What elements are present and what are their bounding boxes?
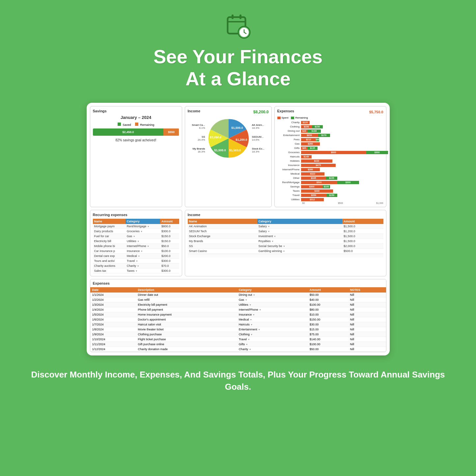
bar-row: Gifts$65$135: [277, 146, 383, 150]
table-row: 1/6/2024 Doctor's appointment Medical ▼ …: [90, 317, 386, 322]
svg-rect-3: [239, 14, 241, 19]
expenses-table: Date Description Category Amount NOTES 1…: [90, 287, 386, 352]
savings-filled: $2,450.0: [93, 128, 164, 136]
table-row: Electricity bill Utilities ▼ $150.0: [93, 239, 179, 244]
bar-chart-rows: Charity$120Clothing$150$150Dining out$20…: [277, 121, 383, 201]
table-row: 1/1/2024 Dinner date out Dining out ▼ $5…: [90, 293, 386, 297]
bar-axis: $0 $500 $1,000: [277, 202, 383, 204]
pie-chart-svg: $1,500.0 $1,200.0 $1,500.0 $1,500.0 $2,0…: [207, 117, 250, 160]
saved-dot: [118, 123, 121, 126]
bar-row: Haircuts$145: [277, 155, 383, 158]
table-row: 1/8/2024 Movie theater ticket Entertainm…: [90, 327, 386, 332]
bar-row: Rent/Mortgage$500$300: [277, 181, 383, 184]
table-row: SEDUM Tech Salary ▼ $1,200.0: [188, 229, 383, 234]
bar-row: Medical$323: [277, 172, 383, 176]
recurring-table: Name Category Amount Mortgage paym Rent/…: [93, 219, 179, 273]
savings-legend: Saved Remaining: [93, 123, 179, 126]
bar-row: Hobbies$430: [277, 159, 383, 163]
exp-col-notes: NOTES: [348, 287, 386, 293]
income-header: Income $8,200.0: [188, 109, 269, 115]
pie-label-stockex: Stock Ex...18.3%: [252, 147, 265, 153]
pie-label-mybrands: My Brands18.3%: [192, 147, 205, 153]
top-row: Savings January – 2024 Saved Remaining $…: [90, 106, 386, 207]
svg-text:$1,500.0: $1,500.0: [214, 149, 226, 152]
table-row: Mobile phone bi Internet/Phone ▼ $50.0: [93, 244, 179, 249]
remaining-color: [291, 117, 294, 119]
expenses-table-title: Expenses: [90, 279, 386, 287]
expenses-legend: Spent Remaining: [277, 116, 383, 119]
table-row: Dairy products Groceries ▼ $300.0: [93, 229, 179, 234]
legend-spent: Spent: [277, 116, 289, 119]
table-row: Dental care exp Medical ▼ $200.0: [93, 254, 179, 259]
savings-month: January – 2024: [93, 115, 179, 120]
page-title: See Your Finances At a Glance: [154, 46, 323, 90]
savings-goal: 82% savings goal acheived!: [93, 138, 179, 142]
spent-color: [277, 117, 281, 119]
recurring-tbody: Mortgage paym Rent/Mortgage ▼ $800.0 Dai…: [93, 224, 179, 273]
table-row: Tours and activi Travel ▼ $300.0: [93, 259, 179, 264]
legend-remaining: Remaining: [291, 116, 308, 119]
expenses-chart-panel: Expenses $5,750.0 Spent Remaining Charit…: [274, 106, 386, 207]
income-table: Name Category Amount AK Animation Salary…: [188, 219, 383, 257]
legend-saved: Saved: [118, 123, 131, 126]
table-row: 1/3/2024 Electricity bill payment Utilit…: [90, 302, 386, 307]
table-row: Mortgage paym Rent/Mortgage ▼ $800.0: [93, 224, 179, 229]
bar-row: Insurance$475: [277, 163, 383, 167]
expenses-chart-title: Expenses: [277, 109, 294, 113]
table-row: 1/2/2024 Gas refill Gas ▼ $40.00 Nill: [90, 297, 386, 302]
pie-label-ss: SS24.4%: [192, 135, 205, 141]
table-row: Charity auctions Charity ▼ $70.0: [93, 264, 179, 268]
bar-row: Fees$210$40: [277, 138, 383, 141]
table-row: 1/4/2024 Phone bill payment Internet/Pho…: [90, 307, 386, 312]
pie-label-sedum: SEDUM...14.6%: [252, 135, 265, 141]
recurring-panel: Recurring expenses Name Category Amount …: [90, 210, 182, 276]
table-row: [188, 255, 383, 257]
bar-row: Savings$300$100: [277, 185, 383, 188]
income-table-panel: Income Name Category Amount AK Animation…: [185, 210, 386, 276]
bar-row: Gas$260: [277, 142, 383, 146]
income-col-category: Category: [257, 219, 343, 224]
bar-row: Utilities$312: [277, 198, 383, 201]
savings-bar: $2,450.0 $550: [93, 128, 179, 136]
table-row: Smart Casino Gambling winning ▼ $500.0: [188, 249, 383, 254]
legend-remaining: Remaining: [135, 123, 154, 126]
table-row: My Brands Royalties ▼ $1,500.0: [188, 239, 383, 244]
exp-col-date: Date: [90, 287, 136, 293]
table-row: 1/9/2024 Clothing purchase Clothing ▼ $7…: [90, 332, 386, 337]
table-row: 1/12/2024 Charity donation made Charity …: [90, 347, 386, 352]
table-row: Car insurance p Insurance ▼ $100.0: [93, 249, 179, 254]
calendar-clock-icon: [154, 13, 323, 46]
recurring-col-name: Name: [93, 219, 126, 224]
dashboard: Savings January – 2024 Saved Remaining $…: [87, 103, 390, 355]
table-row: Fuel for car Gas ▼ $150.0: [93, 234, 179, 239]
pie-label-smartca: Smart Ca...6.1%: [192, 124, 205, 129]
exp-col-desc: Description: [136, 287, 237, 293]
exp-col-amount: Amount: [308, 287, 348, 293]
table-row: Stock Exchange Investment ▼ $1,500.0: [188, 234, 383, 239]
bottom-expenses-panel: Expenses Date Description Category Amoun…: [90, 279, 386, 352]
expenses-tbody: 1/1/2024 Dinner date out Dining out ▼ $5…: [90, 293, 386, 352]
middle-row: Recurring expenses Name Category Amount …: [90, 210, 386, 276]
exp-col-cat: Category: [237, 287, 308, 293]
bar-row: Internet/Phone$260: [277, 168, 383, 171]
bar-row: Dining out$20$180: [277, 129, 383, 133]
income-panel: Income $8,200.0 Smart Ca...6.1% SS24.4% …: [185, 106, 272, 207]
pie-label-akanim: AK Anim...18.3%: [252, 124, 265, 129]
footer-text: Discover Monthly Income, Expenses, And S…: [0, 362, 476, 406]
table-row: 1/11/2024 Gift purchase online Gifts ▼ $…: [90, 342, 386, 347]
recurring-col-amount: Amount: [160, 219, 179, 224]
income-total: $8,200.0: [253, 110, 269, 114]
pie-chart-container: Smart Ca...6.1% SS24.4% My Brands18.3%: [188, 117, 269, 160]
svg-rect-2: [232, 14, 234, 19]
table-row: SS Social Security be ▼ $2,000.0: [188, 244, 383, 249]
bar-row: Entertainment$230$170: [277, 133, 383, 137]
income-title: Income: [188, 109, 201, 113]
savings-title: Savings: [93, 109, 179, 113]
svg-text:$1,200.0: $1,200.0: [236, 138, 247, 141]
table-row: 1/7/2024 Haircut salon visit Haircuts ▼ …: [90, 322, 386, 327]
income-table-title: Income: [188, 213, 383, 217]
bar-row: Travel$350$150: [277, 193, 383, 197]
bar-row: Clothing$150$150: [277, 125, 383, 128]
expenses-chart-total: $5,750.0: [369, 110, 383, 114]
table-row: AK Animation Salary ▼ $1,500.0: [188, 224, 383, 229]
